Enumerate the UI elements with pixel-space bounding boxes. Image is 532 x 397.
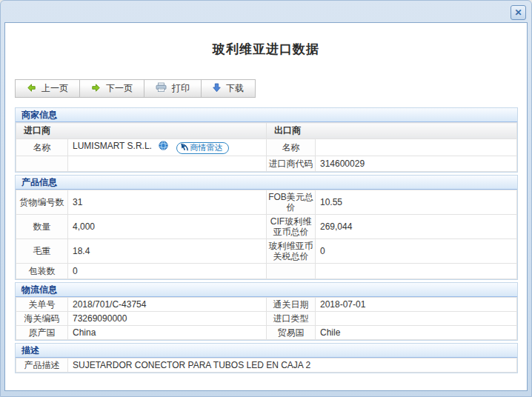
empty-value — [68, 156, 267, 171]
globe-icon[interactable] — [159, 142, 168, 153]
hs-code-value: 73269090000 — [68, 311, 267, 325]
cif-total-label: CIF玻利维亚币总价 — [267, 214, 316, 238]
empty-label — [16, 156, 68, 171]
toolbar: 上一页 下一页 打印 下载 — [15, 79, 256, 98]
quantity-label: 数量 — [16, 214, 68, 238]
close-button[interactable]: ✕ — [511, 5, 526, 20]
table-row: 数量 4,000 CIF玻利维亚币总价 269,044 — [16, 214, 517, 238]
logistics-table: 关单号 2018/701/C-43754 通关日期 2018-07-01 海关编… — [16, 297, 517, 340]
print-button[interactable]: 打印 — [144, 79, 202, 98]
section-merchant: 商家信息 进口商 出口商 名称 LUMISMART S.R.L. 商情雷达 — [15, 107, 518, 173]
importer-group-header: 进口商 — [16, 123, 267, 139]
clearance-date-label: 通关日期 — [267, 297, 316, 311]
clearance-date-value: 2018-07-01 — [316, 297, 517, 311]
merchant-group-header-row: 进口商 出口商 — [16, 123, 517, 139]
product-table: 货物编号数 31 FOB美元总价 10.55 数量 4,000 CIF玻利维亚币… — [16, 190, 517, 279]
importer-code-label: 进口商代码 — [267, 156, 316, 171]
quantity-value: 4,000 — [68, 214, 267, 238]
table-row: 进口商代码 314600029 — [16, 156, 517, 171]
cargo-count-label: 货物编号数 — [16, 190, 68, 214]
dialog-body: 玻利维亚进口数据 上一页 下一页 打印 下载 商家信息 — [4, 22, 528, 391]
table-row: 毛重 18.4 玻利维亚币关税总价 0 — [16, 238, 517, 263]
fob-usd-label: FOB美元总价 — [267, 190, 316, 214]
section-product: 产品信息 货物编号数 31 FOB美元总价 10.55 数量 4,000 CIF… — [15, 175, 518, 280]
description-table: 产品描述 SUJETARDOR CONECTOR PARA TUBOS LED … — [16, 358, 517, 373]
arrow-left-icon — [27, 83, 36, 95]
prev-page-label: 上一页 — [41, 82, 68, 95]
radar-icon — [180, 143, 188, 153]
import-type-label: 进口类型 — [267, 311, 316, 325]
empty-label — [267, 263, 316, 278]
section-description: 描述 产品描述 SUJETARDOR CONECTOR PARA TUBOS L… — [15, 343, 518, 373]
table-row: 原产国 China 贸易国 Chile — [16, 325, 517, 339]
package-count-label: 包装数 — [16, 263, 68, 278]
page-title: 玻利维亚进口数据 — [5, 41, 527, 58]
section-description-title: 描述 — [16, 344, 517, 358]
table-row: 关单号 2018/701/C-43754 通关日期 2018-07-01 — [16, 297, 517, 311]
printer-icon — [156, 82, 167, 95]
table-row: 货物编号数 31 FOB美元总价 10.55 — [16, 190, 517, 214]
importer-name-label: 名称 — [16, 139, 68, 156]
cargo-count-value: 31 — [68, 190, 267, 214]
origin-country-value: China — [68, 325, 267, 339]
tax-total-label: 玻利维亚币关税总价 — [267, 238, 316, 263]
package-count-value: 0 — [68, 263, 267, 278]
dialog-window: ✕ 玻利维亚进口数据 上一页 下一页 打印 下载 商家信息 — [0, 0, 532, 397]
importer-name-cell: LUMISMART S.R.L. 商情雷达 — [68, 139, 267, 156]
section-product-title: 产品信息 — [16, 176, 517, 190]
arrow-right-icon — [91, 83, 101, 95]
table-row: 包装数 0 — [16, 263, 517, 278]
exporter-group-header: 出口商 — [267, 123, 517, 139]
section-merchant-title: 商家信息 — [16, 108, 517, 122]
radar-badge-button[interactable]: 商情雷达 — [176, 142, 229, 154]
trade-country-label: 贸易国 — [267, 325, 316, 339]
download-button[interactable]: 下载 — [202, 79, 256, 98]
table-row: 产品描述 SUJETARDOR CONECTOR PARA TUBOS LED … — [16, 358, 517, 372]
next-page-label: 下一页 — [106, 82, 133, 95]
gross-weight-value: 18.4 — [68, 238, 267, 263]
print-label: 打印 — [172, 82, 190, 95]
table-row: 名称 LUMISMART S.R.L. 商情雷达 名称 — [16, 139, 517, 156]
import-type-value — [316, 311, 517, 325]
origin-country-label: 原产国 — [16, 325, 68, 339]
radar-badge-label: 商情雷达 — [190, 142, 223, 153]
table-row: 海关编码 73269090000 进口类型 — [16, 311, 517, 325]
hs-code-label: 海关编码 — [16, 311, 68, 325]
download-label: 下载 — [226, 82, 244, 95]
tax-total-value: 0 — [316, 238, 517, 263]
exporter-name-value — [316, 139, 517, 156]
fob-usd-value: 10.55 — [316, 190, 517, 214]
trade-country-value: Chile — [316, 325, 517, 339]
customs-no-label: 关单号 — [16, 297, 68, 311]
merchant-table: 进口商 出口商 名称 LUMISMART S.R.L. 商情雷达 名称 — [16, 122, 517, 172]
cif-total-value: 269,044 — [316, 214, 517, 238]
empty-value — [316, 263, 517, 278]
section-logistics: 物流信息 关单号 2018/701/C-43754 通关日期 2018-07-0… — [15, 282, 518, 341]
importer-name-value: LUMISMART S.R.L. — [73, 141, 152, 151]
prev-page-button[interactable]: 上一页 — [15, 79, 80, 98]
section-logistics-title: 物流信息 — [16, 283, 517, 297]
exporter-name-label: 名称 — [267, 139, 316, 156]
next-page-button[interactable]: 下一页 — [80, 79, 144, 98]
close-icon: ✕ — [514, 7, 522, 18]
arrow-down-icon — [213, 83, 221, 95]
customs-no-value: 2018/701/C-43754 — [68, 297, 267, 311]
gross-weight-label: 毛重 — [16, 238, 68, 263]
product-description-label: 产品描述 — [16, 358, 68, 372]
importer-code-value: 314600029 — [316, 156, 517, 171]
product-description-value: SUJETARDOR CONECTOR PARA TUBOS LED EN CA… — [68, 358, 517, 372]
